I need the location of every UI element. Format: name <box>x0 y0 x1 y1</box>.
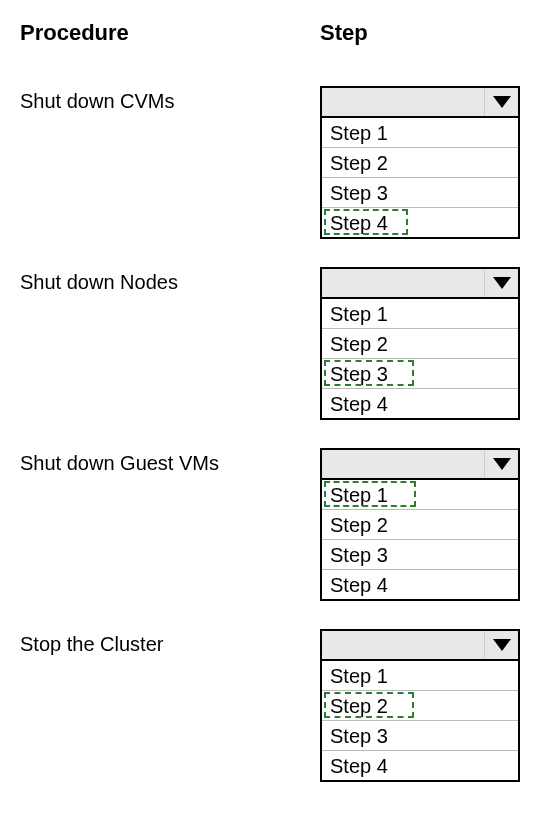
option-item[interactable]: Step 2 <box>322 691 518 721</box>
chevron-down-icon <box>493 639 511 651</box>
procedure-row: Stop the ClusterStep 1Step 2Step 3Step 4 <box>20 629 513 782</box>
option-label: Step 1 <box>330 665 388 687</box>
chevron-down-icon <box>493 277 511 289</box>
options-list: Step 1Step 2Step 3Step 4 <box>320 299 520 420</box>
option-item[interactable]: Step 2 <box>322 329 518 359</box>
option-label: Step 3 <box>330 182 388 204</box>
step-dropdown[interactable] <box>320 448 520 480</box>
procedure-row: Shut down Guest VMsStep 1Step 2Step 3Ste… <box>20 448 513 601</box>
option-item[interactable]: Step 3 <box>322 721 518 751</box>
header-step: Step <box>320 20 520 46</box>
option-label: Step 2 <box>330 695 388 717</box>
header-row: Procedure Step <box>20 20 513 46</box>
dropdown-field[interactable] <box>322 450 484 478</box>
option-item[interactable]: Step 1 <box>322 661 518 691</box>
step-selector: Step 1Step 2Step 3Step 4 <box>320 629 520 782</box>
chevron-down-icon <box>493 458 511 470</box>
option-label: Step 3 <box>330 544 388 566</box>
chevron-down-icon <box>493 96 511 108</box>
step-dropdown[interactable] <box>320 629 520 661</box>
dropdown-field[interactable] <box>322 269 484 297</box>
svg-marker-1 <box>493 277 511 289</box>
option-item[interactable]: Step 2 <box>322 148 518 178</box>
procedure-label: Shut down Guest VMs <box>20 448 320 475</box>
option-item[interactable]: Step 3 <box>322 540 518 570</box>
option-label: Step 3 <box>330 363 388 385</box>
dropdown-toggle[interactable] <box>484 450 518 478</box>
step-selector: Step 1Step 2Step 3Step 4 <box>320 448 520 601</box>
procedure-label: Shut down CVMs <box>20 86 320 113</box>
svg-marker-2 <box>493 458 511 470</box>
option-label: Step 2 <box>330 514 388 536</box>
option-item[interactable]: Step 1 <box>322 118 518 148</box>
dropdown-field[interactable] <box>322 88 484 116</box>
option-item[interactable]: Step 3 <box>322 359 518 389</box>
options-list: Step 1Step 2Step 3Step 4 <box>320 661 520 782</box>
option-item[interactable]: Step 1 <box>322 299 518 329</box>
option-item[interactable]: Step 4 <box>322 570 518 599</box>
option-label: Step 4 <box>330 574 388 596</box>
procedure-label: Stop the Cluster <box>20 629 320 656</box>
option-item[interactable]: Step 4 <box>322 751 518 780</box>
svg-marker-0 <box>493 96 511 108</box>
dropdown-field[interactable] <box>322 631 484 659</box>
step-selector: Step 1Step 2Step 3Step 4 <box>320 86 520 239</box>
option-item[interactable]: Step 2 <box>322 510 518 540</box>
header-procedure: Procedure <box>20 20 320 46</box>
procedure-label: Shut down Nodes <box>20 267 320 294</box>
option-item[interactable]: Step 4 <box>322 208 518 237</box>
procedure-row: Shut down NodesStep 1Step 2Step 3Step 4 <box>20 267 513 420</box>
step-dropdown[interactable] <box>320 267 520 299</box>
option-label: Step 1 <box>330 303 388 325</box>
option-label: Step 3 <box>330 725 388 747</box>
dropdown-toggle[interactable] <box>484 631 518 659</box>
step-selector: Step 1Step 2Step 3Step 4 <box>320 267 520 420</box>
option-label: Step 4 <box>330 393 388 415</box>
step-dropdown[interactable] <box>320 86 520 118</box>
options-list: Step 1Step 2Step 3Step 4 <box>320 118 520 239</box>
option-item[interactable]: Step 1 <box>322 480 518 510</box>
svg-marker-3 <box>493 639 511 651</box>
procedure-row: Shut down CVMsStep 1Step 2Step 3Step 4 <box>20 86 513 239</box>
option-label: Step 4 <box>330 755 388 777</box>
option-item[interactable]: Step 4 <box>322 389 518 418</box>
dropdown-toggle[interactable] <box>484 269 518 297</box>
option-label: Step 1 <box>330 484 388 506</box>
options-list: Step 1Step 2Step 3Step 4 <box>320 480 520 601</box>
dropdown-toggle[interactable] <box>484 88 518 116</box>
option-label: Step 2 <box>330 333 388 355</box>
option-label: Step 1 <box>330 122 388 144</box>
option-label: Step 2 <box>330 152 388 174</box>
option-label: Step 4 <box>330 212 388 234</box>
option-item[interactable]: Step 3 <box>322 178 518 208</box>
